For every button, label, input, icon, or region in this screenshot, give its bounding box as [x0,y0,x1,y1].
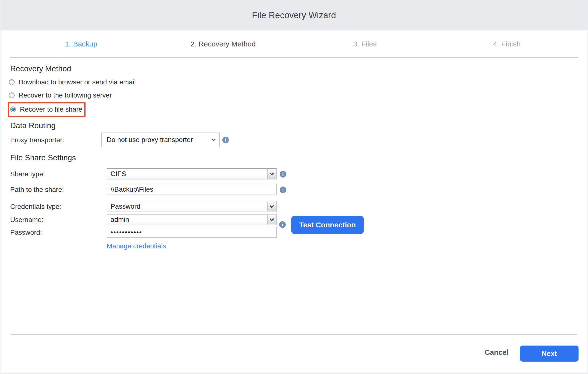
wizard-card: File Recovery Wizard 1. Backup 2. Recove… [0,0,588,373]
tab-step-recovery-method[interactable]: 2. Recovery Method [152,30,294,57]
credentials-type-value: Password [111,203,140,210]
recovery-method-heading: Recovery Method [10,64,71,73]
info-icon[interactable]: i [280,171,286,177]
share-type-value: CIFS [111,170,126,178]
radio-selected-icon[interactable] [10,107,16,112]
cancel-button[interactable]: Cancel [485,348,509,356]
password-input[interactable] [107,227,277,238]
credentials-type-select[interactable]: Password [107,201,277,212]
share-type-label: Share type: [10,170,45,178]
credentials-type-label: Credentials type: [10,203,61,210]
password-label: Password: [10,229,42,236]
username-select[interactable]: admin [107,214,277,225]
radio-recover-to-server[interactable]: Recover to the following server [9,91,112,99]
share-type-select[interactable]: CIFS [107,168,277,179]
info-icon[interactable]: i [279,221,286,228]
chevron-down-icon [270,204,274,208]
chevron-down-icon [270,171,274,175]
username-value: admin [111,216,129,223]
info-icon[interactable]: i [222,137,229,143]
file-recovery-wizard-window: File Recovery Wizard 1. Backup 2. Recove… [0,0,588,374]
test-connection-button[interactable]: Test Connection [291,216,364,234]
path-to-share-label: Path to the share: [10,186,64,194]
file-share-settings-heading: File Share Settings [10,153,76,162]
radio-label: Recover to file share [20,106,82,113]
radio-circle-icon[interactable] [9,79,15,85]
radio-label: Recover to the following server [19,91,112,99]
tab-step-backup[interactable]: 1. Backup [10,30,152,57]
tab-step-files[interactable]: 3. Files [294,30,436,57]
manage-credentials-link[interactable]: Manage credentials [107,242,166,250]
chevron-down-icon [270,217,274,221]
next-button[interactable]: Next [520,346,578,362]
wizard-step-bar: 1. Backup 2. Recovery Method 3. Files 4.… [10,30,578,58]
radio-download-browser-email[interactable]: Download to browser or send via email [9,78,136,86]
proxy-transporter-value: Do not use proxy transporter [107,136,193,144]
data-routing-heading: Data Routing [10,121,56,130]
info-icon[interactable]: i [280,187,286,193]
tab-step-finish[interactable]: 4. Finish [436,30,578,57]
wizard-header: File Recovery Wizard [0,0,588,30]
proxy-transporter-select[interactable]: Do not use proxy transporter [101,132,220,147]
select-dropdown-button[interactable] [267,202,276,211]
footer-divider [11,334,577,335]
proxy-transporter-label: Proxy transporter: [10,136,64,144]
radio-recover-to-file-share[interactable]: Recover to file share [10,106,82,113]
username-label: Username: [10,216,43,224]
radio-label: Download to browser or send via email [19,78,136,86]
select-dropdown-button[interactable] [267,215,276,224]
select-dropdown-button[interactable] [267,169,276,179]
chevron-down-icon [211,137,216,141]
path-to-share-input[interactable] [107,184,277,195]
radio-circle-icon[interactable] [9,92,15,98]
page-title: File Recovery Wizard [252,10,336,21]
